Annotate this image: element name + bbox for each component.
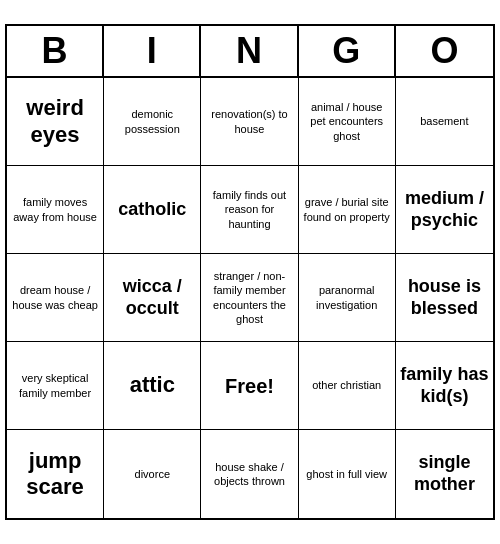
bingo-header: BINGO	[7, 26, 493, 78]
bingo-cell-4: basement	[396, 78, 493, 166]
header-letter: O	[396, 26, 493, 76]
bingo-cell-24: single mother	[396, 430, 493, 518]
bingo-cell-20: jump scare	[7, 430, 104, 518]
bingo-cell-19: family has kid(s)	[396, 342, 493, 430]
bingo-cell-17: Free!	[201, 342, 298, 430]
bingo-cell-14: house is blessed	[396, 254, 493, 342]
bingo-card: BINGO weird eyesdemonic possessionrenova…	[5, 24, 495, 520]
bingo-cell-13: paranormal investigation	[299, 254, 396, 342]
header-letter: G	[299, 26, 396, 76]
bingo-cell-2: renovation(s) to house	[201, 78, 298, 166]
bingo-cell-6: catholic	[104, 166, 201, 254]
bingo-cell-15: very skeptical family member	[7, 342, 104, 430]
bingo-cell-1: demonic possession	[104, 78, 201, 166]
bingo-cell-21: divorce	[104, 430, 201, 518]
bingo-grid: weird eyesdemonic possessionrenovation(s…	[7, 78, 493, 518]
bingo-cell-12: stranger / non-family member encounters …	[201, 254, 298, 342]
bingo-cell-5: family moves away from house	[7, 166, 104, 254]
bingo-cell-18: other christian	[299, 342, 396, 430]
bingo-cell-23: ghost in full view	[299, 430, 396, 518]
bingo-cell-8: grave / burial site found on property	[299, 166, 396, 254]
bingo-cell-11: wicca / occult	[104, 254, 201, 342]
bingo-cell-16: attic	[104, 342, 201, 430]
bingo-cell-10: dream house / house was cheap	[7, 254, 104, 342]
header-letter: I	[104, 26, 201, 76]
bingo-cell-9: medium / psychic	[396, 166, 493, 254]
bingo-cell-7: family finds out reason for haunting	[201, 166, 298, 254]
bingo-cell-3: animal / house pet encounters ghost	[299, 78, 396, 166]
bingo-cell-0: weird eyes	[7, 78, 104, 166]
header-letter: B	[7, 26, 104, 76]
header-letter: N	[201, 26, 298, 76]
bingo-cell-22: house shake / objects thrown	[201, 430, 298, 518]
